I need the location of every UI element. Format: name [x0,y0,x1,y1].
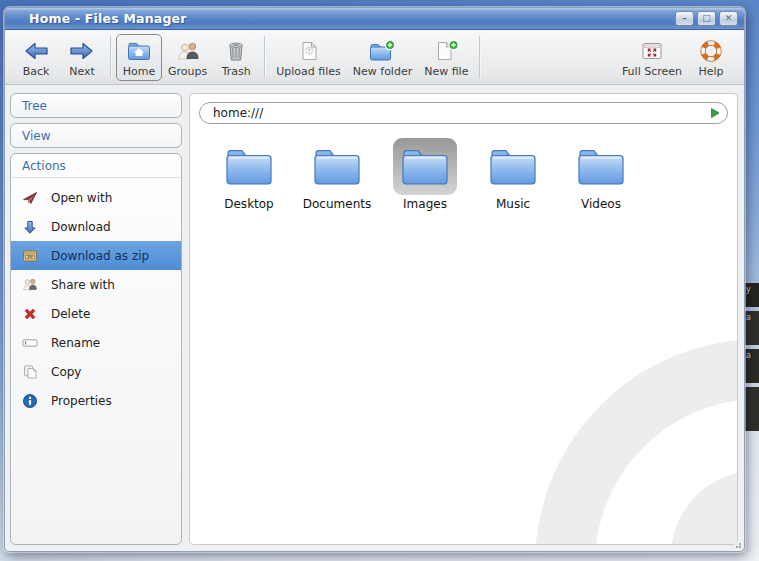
actions-panel: Actions Open with [10,153,182,545]
action-download[interactable]: Download [11,212,181,241]
help-label: Help [698,65,723,78]
upload-files-button[interactable]: Upload files [270,34,347,81]
action-label: Properties [51,394,112,408]
folder-icon [569,138,633,195]
zip-archive-icon: ZIP [22,248,38,264]
trash-label: Trash [222,65,251,78]
file-view-panel: Desktop Documents [189,93,738,545]
action-label: Share with [51,278,115,292]
folder-documents[interactable]: Documents [301,138,373,211]
home-folder-icon [125,37,153,63]
help-lifebuoy-icon [697,37,725,63]
action-label: Copy [51,365,81,379]
next-label: Next [69,65,95,78]
actions-panel-header[interactable]: Actions [11,154,181,178]
folder-label: Images [403,197,447,211]
toolbar: Back Next Home [5,30,744,85]
resize-grip[interactable] [733,540,741,548]
tree-panel[interactable]: Tree [10,93,182,118]
action-open-with[interactable]: Open with [11,183,181,212]
tree-panel-header[interactable]: Tree [11,94,181,117]
close-button[interactable]: ✕ [719,11,738,26]
action-label: Download [51,220,111,234]
rename-field-icon [22,335,38,351]
folder-icon [305,138,369,195]
folder-label: Music [496,197,530,211]
folder-label: Documents [303,197,371,211]
back-label: Back [23,65,50,78]
address-bar [199,102,728,124]
help-button[interactable]: Help [688,34,734,81]
svg-text:ZIP: ZIP [27,255,34,259]
groups-people-icon [174,37,202,63]
window-controls: – □ ✕ [675,11,738,26]
window-content: Tree View Actions Open with [5,85,744,551]
desktop-icon-label-fragment: a [745,311,759,345]
folder-label: Videos [581,197,621,211]
desktop-icon-label-fragment: y [745,283,759,307]
action-delete[interactable]: Delete [11,299,181,328]
minimize-button[interactable]: – [675,11,694,26]
upload-document-icon [295,37,323,63]
go-arrow-icon [707,105,723,121]
view-panel-header[interactable]: View [11,124,181,147]
address-input[interactable] [199,102,728,124]
folder-icon [217,138,281,195]
home-button[interactable]: Home [116,34,162,81]
action-properties[interactable]: Properties [11,386,181,415]
upload-files-label: Upload files [276,65,341,78]
desktop-icon-label-fragment [745,387,759,431]
new-file-plus-icon [431,37,461,63]
action-label: Rename [51,336,100,350]
desktop-icon-label-fragment: a [745,349,759,383]
action-label: Open with [51,191,112,205]
maximize-button[interactable]: □ [697,11,716,26]
back-button[interactable]: Back [13,34,59,81]
files-grid: Desktop Documents [190,124,737,211]
folder-videos[interactable]: Videos [565,138,637,211]
view-panel[interactable]: View [10,123,182,148]
back-arrow-icon [22,37,50,63]
next-arrow-icon [68,37,96,63]
folder-images[interactable]: Images [389,138,461,211]
full-screen-label: Full Screen [622,65,682,78]
action-share-with[interactable]: Share with [11,270,181,299]
action-label: Delete [51,307,90,321]
action-copy[interactable]: Copy [11,357,181,386]
action-rename[interactable]: Rename [11,328,181,357]
fullscreen-arrows-icon [638,37,666,63]
share-people-icon [22,277,38,293]
groups-label: Groups [168,65,207,78]
next-button[interactable]: Next [59,34,105,81]
download-arrow-icon [22,219,38,235]
open-with-plane-icon [22,190,38,206]
full-screen-button[interactable]: Full Screen [616,34,688,81]
groups-button[interactable]: Groups [162,34,213,81]
copy-pages-icon [22,364,38,380]
new-folder-button[interactable]: New folder [347,34,418,81]
folder-icon [393,138,457,195]
titlebar[interactable]: Home - Files Manager – □ ✕ [5,8,744,30]
new-file-button[interactable]: New file [418,34,474,81]
toolbar-separator [264,36,265,78]
folder-desktop[interactable]: Desktop [213,138,285,211]
folder-music[interactable]: Music [477,138,549,211]
info-circle-icon [22,393,38,409]
delete-cross-icon [22,306,38,322]
files-manager-window: Home - Files Manager – □ ✕ Back Next [4,7,745,552]
new-folder-label: New folder [353,65,412,78]
folder-icon [481,138,545,195]
trash-button[interactable]: Trash [213,34,259,81]
trash-can-icon [222,37,250,63]
home-label: Home [123,65,155,78]
toolbar-separator [479,36,480,78]
new-file-label: New file [424,65,468,78]
window-title: Home - Files Manager [11,11,187,26]
go-button[interactable] [707,105,723,121]
action-label: Download as zip [51,249,149,263]
new-folder-plus-icon [367,37,397,63]
action-download-as-zip[interactable]: ZIP Download as zip [11,241,181,270]
folder-label: Desktop [224,197,274,211]
toolbar-separator [110,36,111,78]
actions-list: Open with Download [11,178,181,415]
